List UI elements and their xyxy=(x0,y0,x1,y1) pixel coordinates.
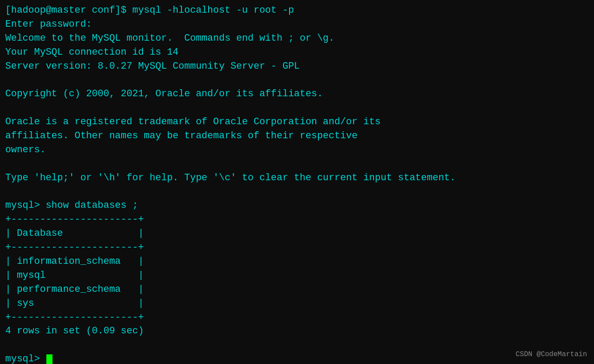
watermark: CSDN @CodeMartain xyxy=(516,350,587,360)
show-cmd-line: mysql> show databases ; xyxy=(5,199,589,213)
help-line: Type 'help;' or '\h' for help. Type '\c'… xyxy=(5,171,589,185)
trademark-line-2: affiliates. Other names may be trademark… xyxy=(5,129,589,143)
command-line: [hadoop@master conf]$ mysql -hlocalhost … xyxy=(5,4,589,18)
trademark-line-3: owners. xyxy=(5,143,589,157)
empty-line-3 xyxy=(5,157,589,171)
welcome-line: Welcome to the MySQL monitor. Commands e… xyxy=(5,32,589,46)
empty-line-2 xyxy=(5,101,589,115)
row2-line: | mysql | xyxy=(5,269,589,283)
terminal-cursor xyxy=(46,354,52,364)
row1-line: | information_schema | xyxy=(5,255,589,269)
empty-line-4 xyxy=(5,185,589,199)
trademark-line-1: Oracle is a registered trademark of Orac… xyxy=(5,115,589,129)
row4-line: | sys | xyxy=(5,297,589,311)
prompt-line[interactable]: mysql> xyxy=(5,352,589,364)
enter-password-line: Enter password: xyxy=(5,18,589,32)
copyright-line: Copyright (c) 2000, 2021, Oracle and/or … xyxy=(5,87,589,101)
connection-id-line: Your MySQL connection id is 14 xyxy=(5,46,589,60)
server-version-line: Server version: 8.0.27 MySQL Community S… xyxy=(5,60,589,74)
result-line: 4 rows in set (0.09 sec) xyxy=(5,324,589,338)
terminal-window: [hadoop@master conf]$ mysql -hlocalhost … xyxy=(0,0,594,364)
table-header-line: | Database | xyxy=(5,227,589,241)
empty-line-1 xyxy=(5,73,589,87)
row3-line: | performance_schema | xyxy=(5,283,589,297)
empty-line-5 xyxy=(5,338,589,352)
table-sep-line: +----------------------+ xyxy=(5,241,589,255)
table-bottom-line: +----------------------+ xyxy=(5,311,589,325)
terminal-output: [hadoop@master conf]$ mysql -hlocalhost … xyxy=(5,4,589,364)
table-top-line: +----------------------+ xyxy=(5,213,589,227)
prompt-text: mysql> xyxy=(5,352,45,364)
